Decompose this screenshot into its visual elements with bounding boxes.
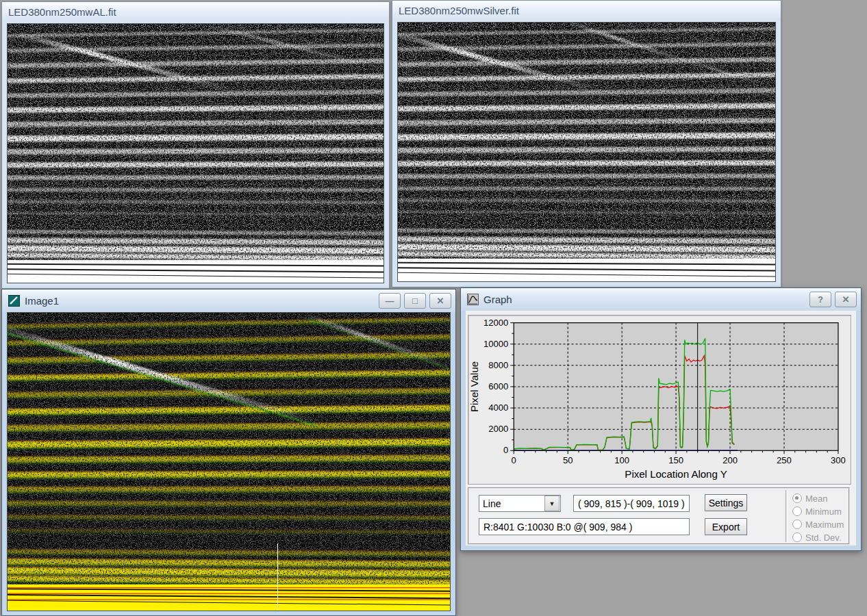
svg-text:250: 250 — [777, 455, 792, 465]
radio-maximum[interactable]: Maximum — [792, 519, 844, 530]
radio-icon — [792, 532, 802, 542]
window-image1-title: Image1 — [25, 295, 375, 307]
radio-mean[interactable]: Mean — [792, 493, 828, 504]
close-icon: ✕ — [842, 295, 850, 304]
svg-text:Pixel Value: Pixel Value — [468, 361, 480, 412]
minimize-button[interactable]: — — [379, 293, 401, 309]
graph-controls-panel: Line ▼ ( 909, 815 )-( 909, 1019 ) Settin… — [468, 487, 850, 545]
window-fit1-title: LED380nm250mwAL.fit — [8, 6, 389, 18]
settings-button-label: Settings — [709, 498, 744, 509]
close-button[interactable]: ✕ — [429, 293, 451, 309]
graph-client-area: 0501001502002503000200040006000800010000… — [466, 311, 856, 546]
radio-minimum-label: Minimum — [805, 506, 842, 517]
graph-curve-icon — [467, 294, 479, 305]
controls-divider — [786, 490, 788, 542]
line-range-field[interactable]: ( 909, 815 )-( 909, 1019 ) — [573, 495, 690, 512]
radio-std-dev[interactable]: Std. Dev. — [792, 532, 842, 543]
window-image1-titlebar[interactable]: Image1 — □ ✕ — [2, 290, 455, 312]
settings-button[interactable]: Settings — [705, 494, 747, 511]
svg-text:100: 100 — [614, 455, 629, 465]
line-range-value: ( 909, 815 )-( 909, 1019 ) — [578, 498, 685, 509]
fit1-image-canvas[interactable] — [7, 23, 384, 283]
radio-maximum-label: Maximum — [805, 519, 844, 530]
window-fit2: LED380nm250mwSilver.fit — [392, 0, 781, 287]
mode-select[interactable]: Line ▼ — [479, 495, 561, 512]
svg-text:300: 300 — [831, 455, 846, 465]
window-fit1: LED380nm250mwAL.fit — [1, 1, 390, 289]
window-graph-title: Graph — [483, 294, 806, 305]
svg-text:200: 200 — [722, 455, 738, 465]
restore-icon: □ — [412, 296, 418, 305]
window-graph: Graph ? ✕ 050100150200250300020004000600… — [460, 287, 862, 551]
svg-text:150: 150 — [668, 455, 683, 465]
export-button-label: Export — [712, 522, 740, 532]
close-button[interactable]: ✕ — [835, 292, 857, 307]
close-icon: ✕ — [437, 296, 444, 305]
help-button[interactable]: ? — [809, 292, 831, 307]
svg-text:10000: 10000 — [483, 339, 508, 349]
svg-text:12000: 12000 — [483, 318, 508, 328]
window-image1: Image1 — □ ✕ — [1, 289, 456, 616]
pixel-readout-value: R:8401 G:10030 B:0 @( 909, 984 ) — [483, 522, 632, 532]
svg-text:0: 0 — [503, 445, 508, 455]
radio-icon — [792, 519, 802, 529]
window-fit2-title: LED380nm250mwSilver.fit — [399, 5, 781, 16]
image-document-icon — [8, 295, 20, 307]
minimize-icon: — — [386, 296, 394, 305]
plot-panel: 0501001502002503000200040006000800010000… — [468, 315, 851, 485]
radio-std-dev-label: Std. Dev. — [805, 532, 842, 543]
svg-text:2000: 2000 — [488, 424, 508, 434]
profile-line-cursor[interactable] — [277, 543, 278, 611]
radio-mean-label: Mean — [805, 493, 828, 504]
fit2-image-canvas[interactable] — [397, 22, 776, 282]
svg-text:6000: 6000 — [488, 381, 508, 392]
restore-button[interactable]: □ — [404, 293, 426, 309]
radio-icon — [792, 493, 802, 503]
svg-text:Pixel Location Along Y: Pixel Location Along Y — [625, 468, 727, 480]
svg-text:50: 50 — [563, 455, 573, 465]
radio-icon — [792, 506, 802, 516]
svg-text:4000: 4000 — [488, 402, 508, 413]
mode-select-value: Line — [479, 498, 544, 509]
window-fit2-titlebar[interactable]: LED380nm250mwSilver.fit — [392, 1, 781, 21]
window-graph-titlebar[interactable]: Graph ? ✕ — [461, 288, 861, 311]
help-icon: ? — [818, 295, 823, 304]
profile-chart[interactable]: 0501001502002503000200040006000800010000… — [468, 316, 851, 484]
svg-text:8000: 8000 — [488, 360, 508, 370]
pixel-readout-field[interactable]: R:8401 G:10030 B:0 @( 909, 984 ) — [479, 518, 690, 535]
chevron-down-icon[interactable]: ▼ — [544, 496, 560, 511]
window-fit1-titlebar[interactable]: LED380nm250mwAL.fit — [2, 2, 389, 22]
image1-canvas[interactable] — [7, 312, 451, 611]
radio-minimum[interactable]: Minimum — [792, 506, 842, 517]
svg-text:0: 0 — [512, 455, 516, 465]
export-button[interactable]: Export — [705, 518, 747, 535]
